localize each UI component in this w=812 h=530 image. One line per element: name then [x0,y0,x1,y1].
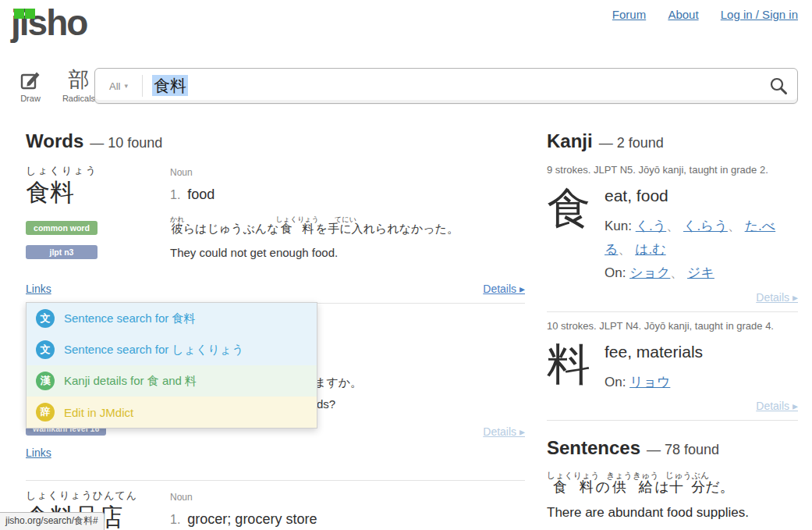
kanji-reading-link[interactable]: リョウ [629,375,670,389]
radicals-button-label: Radicals [61,94,97,103]
menu-item-sentence-search-reading[interactable]: 文 Sentence search for しょくりょう [27,334,317,365]
nav-link-about[interactable]: About [668,8,698,21]
kanji-reading-link[interactable]: く.らう [683,219,728,233]
kanji-divider [547,311,798,312]
links-dropdown-trigger[interactable]: Links [26,446,51,459]
details-link[interactable]: Details ▸ [483,425,525,438]
kanji-meaning: fee, materials [605,343,798,361]
sense-gloss: food [187,187,215,202]
draw-button[interactable]: Draw [12,68,48,103]
sentence-search-icon: 文 [36,340,55,359]
kanji-entry-taberu: 食 eat, food Kun: く.う、 く.らう、 た.べる、 は.む On… [547,183,798,284]
kanji-character-link[interactable]: 料 [547,340,605,394]
kanji-section-title: Kanji— 2 found [547,131,798,151]
on-readings-line: On: リョウ [605,371,798,394]
search-scope-label: All [109,80,120,92]
radicals-kanji-icon: 部 [61,68,97,91]
reading-separator: 、 [670,265,687,280]
kun-label: Kun: [605,219,632,233]
browser-link-preview: jisho.org/search/食料# [0,512,105,530]
word-entry-shokuryou: しょくりょう 食料 common word jlpt n3 Noun 1.foo… [26,164,525,295]
reading-separator: 、 [618,242,635,257]
search-submit-button[interactable] [769,76,788,95]
word-entry-covered: ますか。 ds? wanikani level 16 Details ▸ Lin… [26,311,525,472]
example-sentence-english: They could not get enough food. [170,246,525,259]
sense-number: 1. [170,188,180,201]
kanji-meaning: eat, food [605,187,798,205]
covered-example-english-fragment: ds? [317,397,335,411]
menu-item-label: Edit in JMdict [64,406,133,419]
top-navigation: Forum About Log in / Sign in [594,8,798,21]
on-readings-line: On: ショク、 ジキ [605,261,798,285]
kanji-details-icon: 漢 [36,372,55,390]
sentence-search-icon: 文 [36,309,55,328]
kanji-found-count: — 2 found [599,135,664,151]
nav-link-login[interactable]: Log in / Sign in [721,8,798,21]
kanji-column: Kanji— 2 found 9 strokes. JLPT N5. Jōyō … [547,126,798,530]
words-section-title: Words— 10 found [26,131,525,151]
reading-separator: 、 [666,219,683,233]
details-link[interactable]: Details ▸ [756,400,798,412]
part-of-speech-label: Noun [170,492,525,503]
menu-item-label: Kanji details for 食 and 料 [64,374,197,389]
links-dropdown-trigger[interactable]: Links [26,283,51,295]
search-scope-dropdown[interactable]: All ▾ [105,80,133,92]
words-column: Words— 10 found しょくりょう 食料 common word jl… [26,126,525,530]
word-furigana: しょくりょうひんてん [26,489,170,503]
kanji-entry-ryou: 料 fee, materials On: リョウ [547,340,798,394]
kanji-meta-info: 10 strokes. JLPT N4. Jōyō kanji, taught … [547,320,798,332]
links-dropdown-menu: 文 Sentence search for 食料 文 Sentence sear… [26,302,317,429]
on-label: On: [605,375,626,389]
part-of-speech-label: Noun [170,167,525,178]
radicals-button[interactable]: 部 Radicals [61,68,97,103]
logo-green-square-icon [25,9,35,19]
words-found-count: — 10 found [90,135,162,151]
sense-number: 1. [170,513,180,526]
jisho-logo[interactable]: jisho [11,3,87,43]
draw-pencil-icon [12,68,48,91]
sense-gloss: grocer; grocery store [187,511,317,527]
sentence-japanese: 食料しょくりょうの供給きょうきゅうは十分じゅうぶんだ。 [547,471,798,496]
kanji-divider [547,420,798,421]
on-label: On: [605,265,626,280]
kanji-character-link[interactable]: 食 [547,183,605,284]
word-furigana: しょくりょう [26,164,170,178]
kanji-reading-link[interactable]: ジキ [687,265,714,280]
kun-readings-line: Kun: く.う、 く.らう、 た.べる、 は.む [605,215,798,261]
kanji-reading-link[interactable]: は.む [635,242,666,257]
details-link[interactable]: Details ▸ [483,283,525,295]
entry-divider [26,480,525,481]
details-link[interactable]: Details ▸ [756,291,798,304]
search-input[interactable]: 食料 [152,75,769,97]
menu-item-label: Sentence search for しょくりょう [64,343,244,357]
kanji-reading-link[interactable]: く.う [636,219,667,233]
search-row: Draw 部 Radicals All ▾ 食料 [0,66,812,107]
word-text: 食料 [26,178,170,208]
search-query-selected-text: 食料 [152,75,188,96]
covered-example-japanese-fragment: ますか。 [314,375,362,390]
menu-item-edit-jmdict[interactable]: 辞 Edit in JMdict [27,397,317,428]
menu-item-label: Sentence search for 食料 [64,311,195,326]
dictionary-edit-icon: 辞 [36,403,55,422]
search-icon [769,76,788,95]
kanji-meta-info: 9 strokes. JLPT N5. Jōyō kanji, taught i… [547,164,798,176]
reading-separator: 、 [728,219,745,233]
draw-button-label: Draw [12,94,48,103]
sentence-english: There are abundant food supplies. [547,505,798,521]
sentences-section-title: Sentences— 78 found [547,438,798,458]
menu-item-sentence-search-word[interactable]: 文 Sentence search for 食料 [27,303,317,334]
search-divider [142,75,143,97]
sentences-found-count: — 78 found [647,442,719,457]
chevron-down-icon: ▾ [124,82,128,90]
jlpt-n3-tag[interactable]: jlpt n3 [26,245,98,259]
search-box: All ▾ 食料 [94,68,798,104]
nav-link-forum[interactable]: Forum [612,8,646,21]
kanji-reading-link[interactable]: ショク [629,265,670,280]
common-word-tag[interactable]: common word [26,221,98,235]
menu-item-kanji-details[interactable]: 漢 Kanji details for 食 and 料 [27,365,317,397]
logo-green-square-icon [14,9,24,19]
example-sentence-japanese: 彼かれらはじゅうぶんな食料しょくりょうを手に入てにいれられなかった。 [170,215,525,236]
